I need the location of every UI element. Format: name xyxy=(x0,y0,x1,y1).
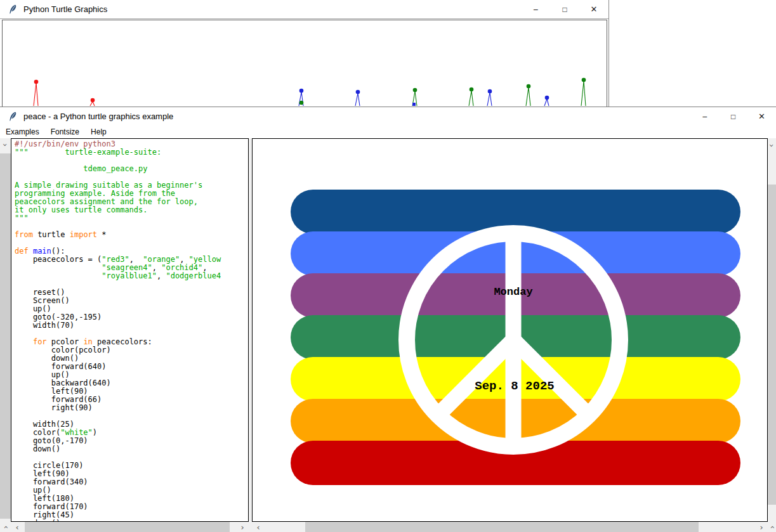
minimize-button[interactable]: − xyxy=(690,107,719,126)
scroll-down-arrow-icon[interactable]: › xyxy=(768,522,776,532)
menu-bar: Examples Fontsize Help xyxy=(0,126,776,139)
turtle-canvas-background xyxy=(2,20,607,108)
demo-content: › › #!/usr/bin/env python3""" turtle-exa… xyxy=(0,138,776,532)
canvas-hscroll-thumb[interactable] xyxy=(305,522,699,532)
menu-examples[interactable]: Examples xyxy=(0,126,45,138)
menu-fontsize[interactable]: Fontsize xyxy=(45,126,85,138)
turtle-text-label: Monday xyxy=(494,286,532,298)
code-hscroll-thumb[interactable] xyxy=(25,522,230,532)
maximize-button[interactable]: □ xyxy=(719,107,747,126)
scroll-up-arrow-icon[interactable]: › xyxy=(0,138,11,151)
canvas-vertical-scrollbar[interactable]: › › xyxy=(768,138,776,532)
maximize-button[interactable]: □ xyxy=(550,0,579,18)
scroll-down-arrow-icon[interactable]: › xyxy=(0,522,11,532)
scroll-left-arrow-icon[interactable]: ‹ xyxy=(252,522,265,532)
scroll-left-arrow-icon[interactable]: ‹ xyxy=(11,522,23,532)
code-vscroll-thumb[interactable] xyxy=(0,153,11,519)
tk-feather-icon xyxy=(8,4,18,15)
code-vertical-scrollbar[interactable]: › › xyxy=(0,138,11,532)
window2-title: peace - a Python turtle graphics example xyxy=(23,112,173,121)
turtle-text-label: Sep. 8 2025 xyxy=(475,379,554,393)
source-code-pane[interactable]: #!/usr/bin/env python3""" turtle-example… xyxy=(11,138,249,522)
tk-feather-icon xyxy=(8,112,18,122)
scroll-right-arrow-icon[interactable]: › xyxy=(236,522,249,532)
peace-drawing: MondaySep. 8 2025 xyxy=(253,139,767,521)
peace-demo-window: peace - a Python turtle graphics example… xyxy=(0,107,776,532)
canvas-horizontal-scrollbar[interactable]: ‹ › xyxy=(252,522,768,532)
turtle-canvas-pane: MondaySep. 8 2025 xyxy=(252,138,768,522)
code-horizontal-scrollbar[interactable]: ‹ › xyxy=(11,522,249,532)
window2-controls: − □ ✕ xyxy=(690,107,776,126)
source-code-text: #!/usr/bin/env python3""" turtle-example… xyxy=(11,139,248,522)
window1-titlebar[interactable]: Python Turtle Graphics − □ ✕ xyxy=(0,0,608,19)
close-button[interactable]: ✕ xyxy=(747,107,776,126)
window2-titlebar[interactable]: peace - a Python turtle graphics example… xyxy=(0,107,776,126)
window1-title: Python Turtle Graphics xyxy=(23,4,107,14)
minimize-button[interactable]: − xyxy=(521,0,550,18)
menu-help[interactable]: Help xyxy=(85,126,112,138)
canvas-vscroll-thumb[interactable] xyxy=(768,185,776,505)
turtle-graphics-window: Python Turtle Graphics − □ ✕ xyxy=(0,0,609,108)
scroll-up-arrow-icon[interactable]: › xyxy=(768,138,776,152)
close-button[interactable]: ✕ xyxy=(579,0,608,18)
scroll-right-arrow-icon[interactable]: › xyxy=(755,522,768,532)
window1-controls: − □ ✕ xyxy=(521,0,608,18)
